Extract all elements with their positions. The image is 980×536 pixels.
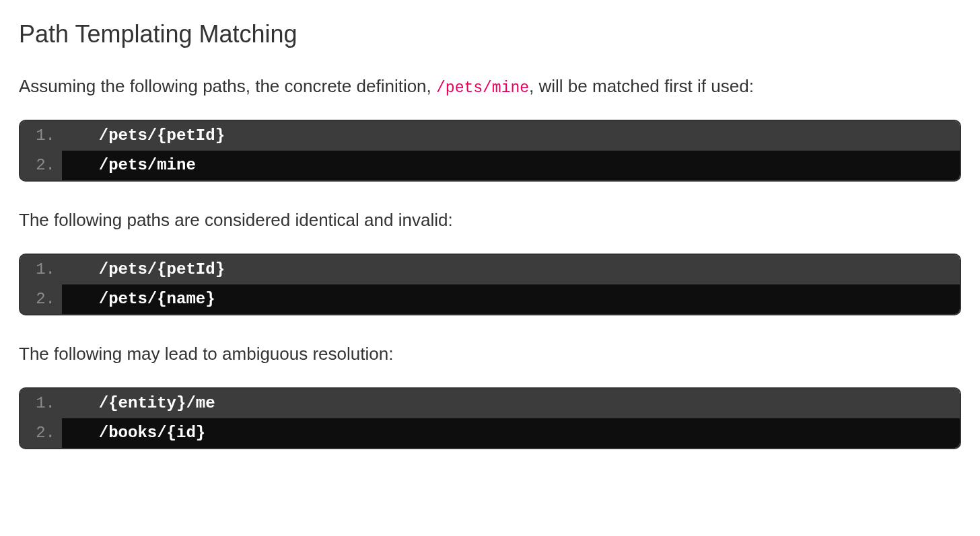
code-line: 1. /pets/{petId} [20,121,960,151]
paragraph-1-text-before: Assuming the following paths, the concre… [19,76,436,96]
section-heading: Path Templating Matching [19,19,961,50]
code-text: /pets/{name} [79,284,960,314]
code-text: /pets/{petId} [79,255,960,284]
code-text: /pets/{petId} [79,121,960,151]
page-content: Path Templating Matching Assuming the fo… [0,0,980,502]
code-block-2: 1. /pets/{petId} 2. /pets/{name} [19,254,961,315]
code-line: 2. /pets/{name} [20,284,960,314]
paragraph-2: The following paths are considered ident… [19,207,961,233]
line-number: 1. [20,389,62,418]
line-number: 1. [20,121,62,151]
code-line: 1. /{entity}/me [20,389,960,418]
code-line: 2. /books/{id} [20,418,960,448]
code-line: 2. /pets/mine [20,151,960,180]
code-text: /books/{id} [79,418,960,448]
line-number: 2. [20,284,62,314]
code-line: 1. /pets/{petId} [20,255,960,284]
code-text: /{entity}/me [79,389,960,418]
paragraph-1: Assuming the following paths, the concre… [19,73,961,100]
line-number: 2. [20,418,62,448]
line-number: 2. [20,151,62,180]
line-number: 1. [20,255,62,284]
paragraph-3: The following may lead to ambiguous reso… [19,341,961,367]
paragraph-1-text-after: , will be matched first if used: [529,76,754,96]
code-block-3: 1. /{entity}/me 2. /books/{id} [19,387,961,449]
paragraph-1-inline-code: /pets/mine [436,79,529,97]
code-text: /pets/mine [79,151,960,180]
code-block-1: 1. /pets/{petId} 2. /pets/mine [19,120,961,182]
